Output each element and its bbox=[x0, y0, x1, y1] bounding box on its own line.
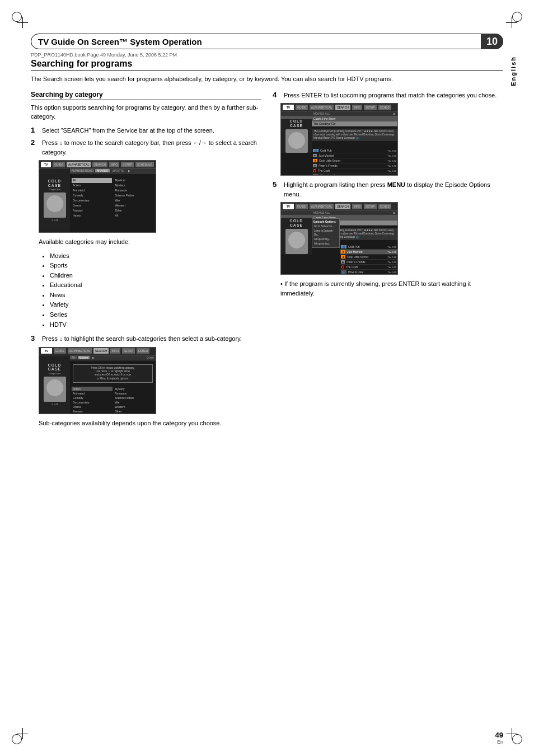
screen-3-sim: TV GUIDE ALPHABETICAL SEARCH INFO SETUP … bbox=[280, 103, 398, 176]
tab-setup-1: SETUP bbox=[121, 162, 134, 167]
step-5: 5 Highlight a program listing then press… bbox=[273, 180, 503, 199]
cold-case-1: COLDCASE Tonight 9pm ⊙ 5:44 bbox=[39, 168, 70, 232]
ep-opt-series: Go to Series De... bbox=[313, 224, 338, 229]
tab-guide-3: GUIDE bbox=[296, 105, 308, 110]
cat-col-left-1: All Action Animated Comedy Documentary D… bbox=[72, 178, 112, 231]
circle-mark-tr bbox=[512, 12, 522, 22]
prog-row-1: 🔵 Cold PubThu 5:30 bbox=[312, 148, 397, 153]
cold-case-face-2 bbox=[44, 377, 66, 402]
tab-info-2: INFO bbox=[110, 348, 120, 354]
step-5-text: Highlight a program listing then press M… bbox=[284, 180, 503, 199]
categories-list: Movies Sports Children Educational News … bbox=[39, 251, 261, 330]
prog-row-4: ♣ Peter's FriendsThu 5:30 bbox=[312, 163, 397, 168]
cat-action: Action bbox=[72, 183, 112, 188]
circle-mark-bl bbox=[12, 734, 22, 744]
main-section-title: Searching for programs bbox=[31, 59, 503, 71]
cat-item-educational: Educational bbox=[50, 280, 261, 290]
step-1-num: 1 bbox=[31, 126, 39, 135]
step-3: 3 Press ↓ to highlight the search sub-ca… bbox=[31, 334, 261, 344]
cat-item-sports: Sports bbox=[50, 261, 261, 271]
cold-case-text-1: COLDCASE bbox=[48, 179, 62, 187]
screen-1-sim: TV GUIDE ALPHABETICAL SEARCH INFO SETUP … bbox=[39, 160, 156, 233]
ep-prog-2: ★ Just MarriedThu 5:30 bbox=[340, 250, 397, 255]
tv-header-4: TV GUIDE ALPHABETICAL SEARCH INFO SETUP … bbox=[281, 203, 397, 210]
tab-schedule-2: SCHED bbox=[137, 348, 150, 354]
cat-comedy: Comedy bbox=[72, 193, 112, 198]
ep-opt-upcoming1: All upcoming... bbox=[313, 237, 338, 242]
sub-section-title: Searching by category bbox=[31, 91, 261, 100]
prog-row-2: ♥ Just MarriedThu 5:30 bbox=[312, 153, 397, 158]
two-column-layout: Searching by category This option suppor… bbox=[31, 91, 503, 433]
tab-sched-3: SCHED bbox=[378, 105, 392, 110]
category-list-1: All Action Animated Comedy Documentary D… bbox=[70, 176, 156, 232]
screen-2-sim: TV GUIDE ALPHABETICAL SEARCH INFO SETUP … bbox=[39, 347, 156, 414]
cat-item-variety: Variety bbox=[50, 300, 261, 310]
ep-opt-episode: Jump to Episode De... bbox=[313, 229, 338, 237]
cat-item-hdtv: HDTV bbox=[50, 320, 261, 330]
cold-case-4: COLDCASE bbox=[281, 218, 312, 255]
tv-header-3: TV GUIDE ALPHABETICAL SEARCH INFO SETUP … bbox=[281, 104, 397, 111]
ep-prog-3: ★ Only Little SecretThu 5:42 bbox=[340, 255, 397, 260]
tv-header-1: TV GUIDE ALPHABETICAL SEARCH INFO SETUP … bbox=[39, 161, 156, 168]
cat-war: War bbox=[114, 198, 154, 203]
cat-col-right-1: Mystical Mystery Romance Science Fiction… bbox=[114, 178, 154, 231]
tv-logo-2: TV bbox=[41, 348, 52, 354]
meta-line: PDP_PRO1140HD.book Page 49 Monday, June … bbox=[31, 52, 177, 58]
categories-note: Available categories may include: bbox=[39, 237, 261, 247]
prog-row-3: ★ Only Little SecretThu 5:42 bbox=[312, 158, 397, 163]
cold-case-face-3 bbox=[285, 129, 308, 153]
step-1: 1 Select "SEARCH" from the Service bar a… bbox=[31, 126, 261, 135]
page-number: 49 bbox=[495, 731, 503, 739]
main-section-intro: The Search screen lets you search for pr… bbox=[31, 74, 503, 84]
tab-alphabetical-2: ALPHABETICAL bbox=[68, 348, 92, 354]
cat-item-news: News bbox=[50, 290, 261, 300]
cat-item-series: Series bbox=[50, 310, 261, 320]
step-4-text: Press ENTER to list upcoming programs th… bbox=[284, 91, 503, 100]
screen-4-sim: TV GUIDE ALPHABETICAL SEARCH INFO SETUP … bbox=[280, 202, 398, 275]
tab-search-4: SEARCH bbox=[335, 204, 350, 209]
tab-schedule-1: SCHEDULE bbox=[135, 162, 154, 167]
tab-search-3: SEARCH bbox=[335, 105, 350, 110]
cat-item-children: Children bbox=[50, 271, 261, 281]
tab-setup-3: SETUP bbox=[364, 105, 377, 110]
ep-prog-1: 🔵 Cold PubThu 5:30 bbox=[340, 245, 397, 250]
step-4: 4 Press ENTER to list upcoming programs … bbox=[273, 91, 503, 100]
cat-item-movies: Movies bbox=[50, 251, 261, 261]
tab-info-1: INFO bbox=[109, 162, 119, 167]
page-sub: En bbox=[497, 739, 503, 745]
episode-options-panel: Episode Options Go to Series De... Jump … bbox=[312, 218, 340, 248]
cat-western: Western bbox=[114, 203, 154, 208]
tab-sched-4: SCHED bbox=[378, 204, 392, 209]
tv-logo-4: TV bbox=[283, 204, 294, 209]
cold-case-3: COLDCASE bbox=[281, 119, 312, 153]
tv-header-2: TV GUIDE ALPHABETICAL SEARCH INFO SETUP … bbox=[39, 348, 156, 355]
chapter-number: 10 bbox=[481, 34, 503, 49]
cat-scifi: Science Fiction bbox=[114, 193, 154, 198]
ep-prog-4: ♣ Peter's FriendsThu 5:30 bbox=[340, 260, 397, 265]
circle-mark-br bbox=[512, 734, 522, 744]
cat-horror: Horror bbox=[72, 213, 112, 218]
step-3-num: 3 bbox=[31, 334, 39, 344]
main-content: Searching for programs The Search screen… bbox=[31, 59, 503, 722]
tab-guide-1: GUIDE bbox=[53, 162, 65, 167]
step5-note: • If the program is currently showing, p… bbox=[280, 279, 503, 298]
tab-setup-2: SETUP bbox=[122, 348, 135, 354]
tv-desc-3: The Goodbye Girl (Comedy, Romance 1977) … bbox=[312, 129, 397, 141]
tab-guide-4: GUIDE bbox=[296, 204, 308, 209]
tab-alpha-3: ALPHABETICAL bbox=[310, 105, 334, 110]
ep-prog-6: 📺 How to DealThu 5:30 bbox=[340, 270, 397, 275]
cat-fantasy: Fantasy bbox=[72, 208, 112, 213]
tab-guide-2: GUIDE bbox=[54, 348, 66, 354]
prog-row-6: 📺 Wish You HereThu 5:30 bbox=[312, 173, 397, 176]
ep-opt-upcoming2: All upcoming... bbox=[313, 242, 338, 246]
cat-documentary: Documentary bbox=[72, 198, 112, 203]
tab-info-4: INFO bbox=[352, 204, 362, 209]
cold-case-face-1 bbox=[44, 192, 66, 218]
cat-all2: All bbox=[114, 213, 154, 218]
tab-alpha-4: ALPHABETICAL bbox=[310, 204, 334, 209]
cat-mystery: Mystery bbox=[114, 183, 154, 188]
step-2-text: Press ↓ to move to the search category b… bbox=[42, 138, 261, 157]
step-4-num: 4 bbox=[273, 91, 280, 100]
right-column: 4 Press ENTER to list upcoming programs … bbox=[273, 91, 503, 433]
tab-search-1: SEARCH bbox=[92, 162, 107, 167]
